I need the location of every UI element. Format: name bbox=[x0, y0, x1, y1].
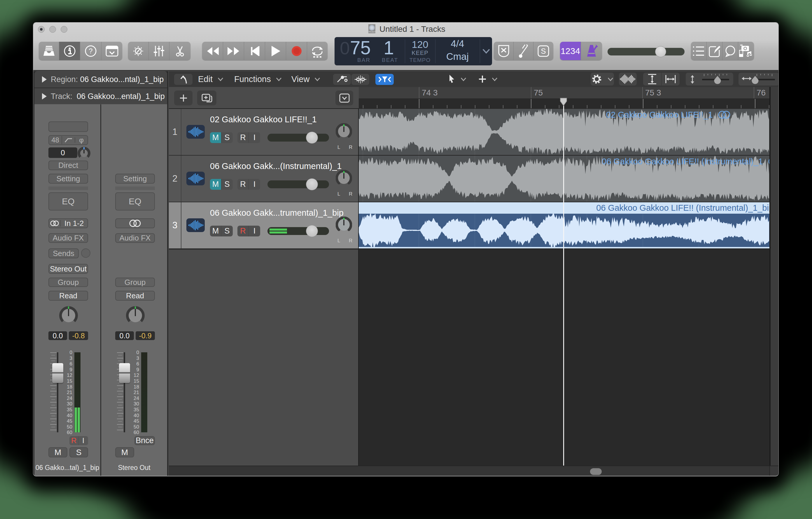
svg-text:?: ? bbox=[89, 47, 92, 55]
svg-text:S: S bbox=[541, 47, 546, 55]
